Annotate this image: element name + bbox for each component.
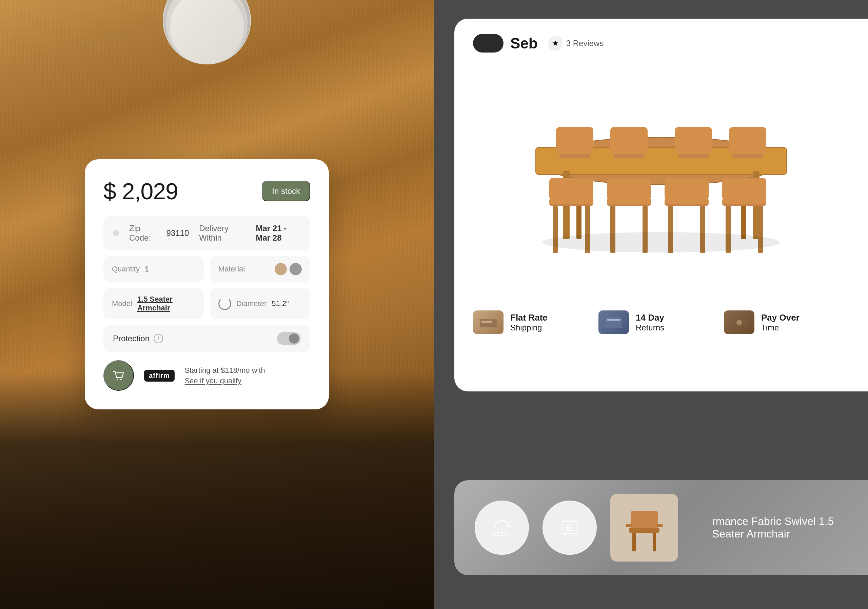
- diameter-box: Diameter 51.2": [210, 288, 310, 319]
- product-detail-card: Seb ★ 3 Reviews: [454, 19, 868, 391]
- quantity-box: Quantity 1: [104, 256, 204, 282]
- product-price: $ 2,029: [104, 178, 178, 204]
- shipping-text-flat-rate: Flat Rate Shipping: [510, 312, 547, 332]
- shipping-item-pay: Pay Over Time: [724, 311, 849, 334]
- price-row: $ 2,029 In stock: [104, 178, 310, 204]
- review-count[interactable]: 3 Reviews: [566, 39, 604, 48]
- furniture-display: [454, 63, 868, 300]
- delivery-label: Delivery Within: [199, 224, 240, 243]
- add-to-cart-button[interactable]: [104, 360, 134, 391]
- svg-rect-32: [675, 127, 712, 154]
- shipping-text-returns: 14 Day Returns: [636, 312, 664, 332]
- ar-bar: rmance Fabric Swivel 1.5 Seater Armchair: [454, 480, 868, 575]
- shipping-item-flat-rate: Flat Rate Shipping: [473, 311, 598, 334]
- returns-thumb: [598, 311, 629, 334]
- affirm-starting-text: Starting at $118/mo with: [185, 366, 265, 375]
- right-panel: Seb ★ 3 Reviews: [434, 0, 868, 609]
- in-stock-badge[interactable]: In stock: [262, 181, 310, 201]
- svg-point-36: [542, 232, 780, 252]
- detail-header: Seb ★ 3 Reviews: [454, 19, 868, 63]
- svg-rect-40: [607, 319, 620, 321]
- svg-rect-35: [732, 154, 763, 158]
- quantity-label: Quantity: [112, 265, 140, 274]
- material-box: Material: [210, 256, 310, 282]
- svg-rect-39: [605, 317, 622, 328]
- zip-label: Zip Code:: [129, 224, 156, 243]
- delivery-date: Mar 21 - Mar 28: [256, 224, 301, 243]
- protection-toggle[interactable]: [277, 332, 301, 345]
- protection-left: Protection i: [113, 334, 163, 343]
- svg-point-0: [117, 379, 118, 380]
- pay-title: Pay Over: [761, 312, 800, 323]
- svg-rect-38: [482, 321, 491, 323]
- svg-rect-28: [556, 127, 594, 154]
- ar-view-icon: [556, 514, 583, 541]
- protection-label: Protection: [113, 334, 150, 343]
- model-value[interactable]: 1.5 Seater Armchair: [137, 295, 195, 312]
- ar-view-button[interactable]: [542, 501, 597, 555]
- swatch-grey[interactable]: [290, 263, 302, 275]
- product-thumb-image: [610, 494, 678, 561]
- returns-sub: Returns: [636, 323, 664, 332]
- furniture-image: [508, 76, 814, 286]
- svg-rect-34: [729, 127, 766, 154]
- svg-point-42: [736, 320, 742, 325]
- diameter-icon: [219, 297, 231, 310]
- returns-title: 14 Day: [636, 312, 664, 323]
- svg-point-1: [120, 379, 122, 380]
- svg-rect-56: [656, 524, 663, 527]
- flat-rate-title: Flat Rate: [510, 312, 547, 323]
- svg-rect-52: [629, 528, 659, 533]
- zip-value[interactable]: 93110: [166, 229, 189, 238]
- protection-row: Protection i: [104, 325, 310, 352]
- shipping-item-returns: 14 Day Returns: [598, 311, 724, 334]
- shipping-bar: Flat Rate Shipping 14 Day Returns: [454, 300, 868, 344]
- star-icon: ★: [548, 36, 563, 51]
- svg-rect-31: [614, 154, 644, 158]
- svg-rect-17: [607, 178, 651, 200]
- svg-rect-51: [631, 511, 658, 529]
- diameter-label: Diameter: [236, 299, 267, 308]
- left-panel: $ 2,029 In stock Zip Code: 93110 Deliver…: [0, 0, 434, 609]
- quantity-value[interactable]: 1: [145, 265, 149, 274]
- material-swatches: [274, 263, 302, 275]
- model-box: Model 1.5 Seater Armchair: [104, 288, 204, 319]
- cart-icon: [112, 369, 126, 382]
- diameter-value: 51.2": [271, 299, 289, 308]
- model-label: Model: [112, 299, 132, 308]
- svg-rect-53: [632, 533, 636, 552]
- brand-logo: [473, 34, 504, 53]
- returns-icon: [603, 314, 624, 331]
- pay-sub: Time: [761, 323, 800, 332]
- ar-rotate-button[interactable]: [475, 501, 529, 555]
- ar-rotate-icon: [488, 514, 515, 541]
- flat-rate-thumb: [473, 311, 504, 334]
- svg-rect-22: [665, 178, 708, 200]
- svg-rect-12: [549, 178, 594, 200]
- material-label: Material: [219, 265, 245, 274]
- product-card: $ 2,029 In stock Zip Code: 93110 Deliver…: [85, 159, 329, 410]
- svg-rect-54: [653, 533, 656, 552]
- shipping-text-pay: Pay Over Time: [761, 312, 800, 332]
- pay-icon: [729, 314, 749, 331]
- affirm-logo: affirm: [144, 370, 175, 382]
- svg-rect-30: [610, 127, 648, 154]
- product-name: rmance Fabric Swivel 1.5 Seater Armchair: [712, 515, 848, 540]
- quantity-material-row: Quantity 1 Material: [104, 256, 310, 282]
- product-thumbnail[interactable]: [610, 494, 678, 561]
- zip-delivery-row: Zip Code: 93110 Delivery Within Mar 21 -…: [104, 216, 310, 250]
- model-diameter-row: Model 1.5 Seater Armchair Diameter 51.2": [104, 288, 310, 319]
- protection-info-icon[interactable]: i: [153, 334, 163, 343]
- swatch-beige[interactable]: [274, 263, 287, 275]
- svg-rect-27: [722, 178, 766, 200]
- pay-thumb: [724, 311, 755, 334]
- plates-decoration: [156, 0, 258, 57]
- review-badge: ★ 3 Reviews: [548, 36, 604, 51]
- affirm-qualify-link[interactable]: See if you qualify: [185, 377, 265, 385]
- zip-dot-icon: [113, 230, 119, 236]
- brand-name: Seb: [510, 35, 538, 52]
- svg-rect-33: [678, 154, 708, 158]
- flat-rate-sub: Shipping: [510, 323, 547, 332]
- flat-rate-icon: [478, 314, 498, 331]
- svg-rect-55: [626, 524, 632, 527]
